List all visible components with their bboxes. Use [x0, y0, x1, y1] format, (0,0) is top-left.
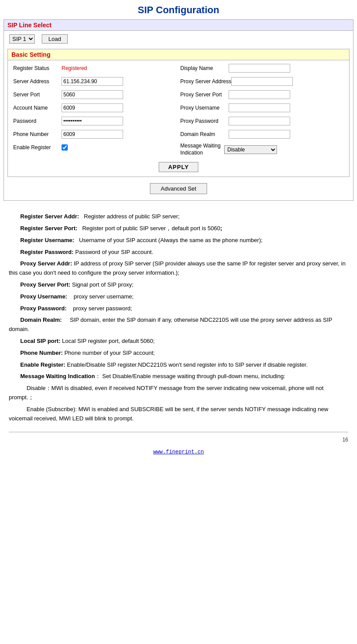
doc-term-register-addr: Register Server Addr: — [20, 213, 79, 220]
doc-term-register-port: Register Server Port: — [20, 225, 77, 232]
page-number: 16 — [0, 437, 357, 443]
domain-realm-row: Domain Realm — [178, 128, 346, 140]
doc-proxy-username: Proxy Username: proxy server username; — [9, 292, 348, 302]
server-port-label: Server Port — [13, 92, 62, 98]
domain-realm-input[interactable] — [229, 130, 290, 139]
doc-register-port: Register Server Port: Register port of p… — [9, 224, 348, 233]
doc-domain-realm: Domain Realm: SIP domain, enter the SIP … — [9, 316, 348, 334]
register-status-row: Register Status Registered — [11, 62, 178, 74]
load-button[interactable]: Load — [42, 34, 68, 44]
register-status-label: Register Status — [13, 65, 62, 71]
password-label: Password — [13, 118, 62, 124]
proxy-server-port-label: Proxy Server Port — [180, 92, 229, 98]
proxy-username-input[interactable] — [229, 103, 290, 112]
server-address-row: Server Address — [11, 75, 178, 88]
doc-proxy-password: Proxy Password: proxy server password; — [9, 304, 348, 313]
form-grid: Register Status Registered Server Addres… — [8, 60, 349, 159]
enable-register-checkbox[interactable] — [62, 144, 68, 151]
proxy-username-row: Proxy Username — [178, 102, 346, 114]
documentation-section: Register Server Addr: Register address o… — [0, 205, 357, 430]
doc-term-phone-number: Phone Number: — [20, 350, 63, 356]
mwi-label: Message WaitingIndication — [180, 143, 224, 156]
mwi-select[interactable]: Disable Enable (Subscribe) — [224, 145, 277, 154]
doc-term-local-sip: Local SIP port: — [20, 338, 61, 344]
doc-phone-number: Phone Number: Phone number of your SIP a… — [9, 349, 348, 358]
enable-register-label: Enable Register — [13, 144, 62, 151]
doc-mwi-enable: Enable (Subscribe): MWI is enabled and S… — [9, 405, 348, 423]
doc-term-register-username: Register Username: — [20, 237, 74, 243]
proxy-server-address-label: Proxy Server Address — [180, 78, 231, 85]
proxy-password-label: Proxy Password — [180, 118, 229, 124]
basic-setting-header: Basic Setting — [8, 49, 349, 60]
doc-mwi-disable: Disable：MWI is disabled, even if receive… — [9, 384, 348, 402]
proxy-username-label: Proxy Username — [180, 105, 229, 111]
display-name-label: Display Name — [180, 65, 229, 71]
password-row: Password — [11, 115, 178, 127]
doc-enable-register: Enable Register: Enable/Disable SIP regi… — [9, 361, 348, 370]
proxy-server-address-row: Proxy Server Address — [178, 75, 346, 88]
apply-button[interactable]: APPLY — [159, 162, 198, 172]
display-name-input[interactable] — [229, 64, 290, 73]
account-name-label: Account Name — [13, 105, 62, 111]
password-input[interactable] — [62, 117, 123, 125]
advanced-set-button[interactable]: Advanced Set — [150, 183, 208, 194]
sip-line-row: SIP 1 SIP 2 SIP 3 Load — [4, 31, 353, 47]
main-config-panel: SIP Line Select SIP 1 SIP 2 SIP 3 Load B… — [4, 19, 353, 201]
sip-line-select[interactable]: SIP 1 SIP 2 SIP 3 — [9, 34, 35, 44]
proxy-server-port-row: Proxy Server Port — [178, 88, 346, 101]
proxy-password-row: Proxy Password — [178, 115, 346, 127]
phone-number-input[interactable] — [62, 130, 123, 139]
proxy-server-port-input[interactable] — [229, 90, 290, 99]
account-name-row: Account Name — [11, 102, 178, 114]
footer-url[interactable]: www.fineprint.cn — [0, 443, 357, 460]
apply-row: APPLY — [8, 159, 349, 174]
phone-number-row: Phone Number — [11, 128, 178, 140]
mwi-row: Message WaitingIndication Disable Enable… — [178, 141, 346, 158]
server-address-input[interactable] — [62, 77, 123, 86]
page-title: SIP Configuration — [0, 0, 357, 19]
doc-proxy-addr: Proxy Server Addr: IP address of proxy S… — [9, 259, 348, 278]
phone-number-label: Phone Number — [13, 131, 62, 137]
doc-register-username: Register Username: Username of your SIP … — [9, 236, 348, 245]
doc-term-proxy-addr: Proxy Server Addr: — [20, 260, 72, 267]
doc-proxy-port: Proxy Server Port: Signal port of SIP pr… — [9, 280, 348, 290]
domain-realm-label: Domain Realm — [180, 131, 229, 137]
server-port-row: Server Port — [11, 88, 178, 101]
enable-register-row: Enable Register — [11, 141, 178, 154]
footer-divider — [9, 432, 348, 432]
doc-term-proxy-port: Proxy Server Port: — [20, 281, 70, 288]
account-name-input[interactable] — [62, 103, 123, 112]
doc-local-sip: Local SIP port: Local SIP register port,… — [9, 337, 348, 346]
server-address-label: Server Address — [13, 78, 62, 85]
advanced-row: Advanced Set — [4, 179, 353, 197]
proxy-password-input[interactable] — [229, 117, 290, 125]
left-column: Register Status Registered Server Addres… — [11, 62, 178, 158]
right-column: Display Name Proxy Server Address Proxy … — [178, 62, 346, 158]
doc-term-proxy-password: Proxy Password: — [20, 305, 67, 312]
doc-term-proxy-username: Proxy Username: — [20, 293, 67, 300]
basic-setting-panel: Basic Setting Register Status Registered… — [7, 49, 350, 177]
doc-mwi: Message Waiting Indication： Set Disable/… — [9, 372, 348, 381]
doc-term-enable-register: Enable Register: — [20, 361, 66, 368]
display-name-row: Display Name — [178, 62, 346, 74]
doc-register-addr: Register Server Addr: Register address o… — [9, 212, 348, 221]
server-port-input[interactable] — [62, 90, 123, 99]
footer-link[interactable]: www.fineprint.cn — [153, 449, 204, 455]
doc-register-password: Register Password: Password of your SIP … — [9, 248, 348, 257]
doc-term-mwi: Message Waiting Indication — [20, 373, 95, 379]
register-status-value: Registered — [62, 65, 87, 71]
sip-line-section-header: SIP Line Select — [4, 20, 353, 31]
doc-term-domain-realm: Domain Realm: — [20, 316, 62, 323]
doc-term-register-password: Register Password: — [20, 249, 73, 255]
proxy-server-address-input[interactable] — [231, 77, 293, 86]
